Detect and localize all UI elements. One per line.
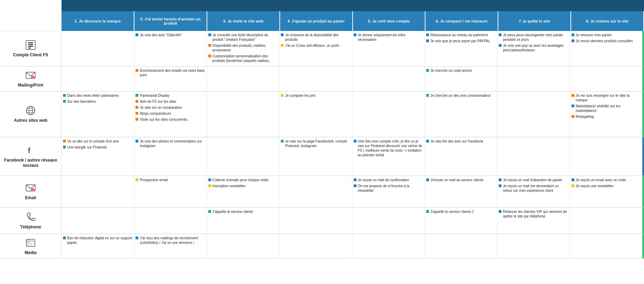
cell-autres-col6: Je cherche un des avis consommateur xyxy=(425,91,497,137)
icon-compte xyxy=(25,39,37,51)
cell-mailing-col5 xyxy=(352,67,425,91)
row-cols-media: Bon de réduction digital vu sur un suppo… xyxy=(62,234,642,259)
card: J'appelle le service clients 1 xyxy=(426,209,495,214)
card-text: Je reçois un email avec un code xyxy=(576,178,626,182)
col-headers-row: 1. Je découvre la marque2. J'ai envie! b… xyxy=(62,11,644,31)
card-dot xyxy=(354,140,356,143)
title-sidebar xyxy=(0,0,62,11)
card: Je donne uniquement les infos nécessaire… xyxy=(354,33,423,42)
card-text: Je reçois un mail me demandant un retour… xyxy=(503,184,568,193)
svg-rect-2 xyxy=(28,44,33,45)
card-text: Je reçois une newsletter xyxy=(576,184,614,188)
card-dot xyxy=(281,44,284,47)
sidebar-label-compte: Compte Client FS xyxy=(13,52,48,58)
card-text: Je me suis renseigné sur le site/ la mar… xyxy=(576,93,641,102)
card-text: On me propose de m'inscrire à la newslet… xyxy=(358,184,423,193)
col-header-col2: 2. J'ai envie! besoin d'acheter un produ… xyxy=(134,11,207,31)
card-dot xyxy=(499,210,501,213)
card: Partenariat Display xyxy=(135,93,205,98)
row-cols-compte: Je vois des avis "Objectifs"Je consulte … xyxy=(62,31,642,66)
card-text: Prospection email xyxy=(140,178,168,182)
card: Une fois mon compte créé, je like ou je … xyxy=(354,139,423,157)
card-dot xyxy=(135,106,138,109)
sidebar-label-email: Email xyxy=(25,195,36,201)
svg-text:@: @ xyxy=(31,189,34,192)
cell-telephone-col5 xyxy=(352,208,425,234)
card: Je vois des photos et commentaires sur I… xyxy=(135,139,205,148)
cell-compte-col2: Je vois des avis "Objectifs" xyxy=(134,31,207,66)
cell-email-col1 xyxy=(62,176,134,207)
row-cols-email: Prospection emailCollecte d'emails pour … xyxy=(62,176,642,207)
section-row-compte: Compte Client FSJe vois des avis "Object… xyxy=(0,31,644,67)
card: Sur des bannières xyxy=(63,99,132,104)
sidebar-item-telephone: Téléphone xyxy=(0,208,62,234)
cell-compte-col8: Je retrouve mon panierJe revois derniers… xyxy=(570,31,642,66)
card: J'envoie un mail au service clients xyxy=(426,178,495,182)
card: Je peus peus sauvegarder mon panier pend… xyxy=(499,33,568,42)
card-dot xyxy=(208,178,211,181)
cell-email-col4 xyxy=(279,176,352,207)
card-text: Partenariat Display xyxy=(140,93,169,98)
card-text: Je reçois un mail de confirmation xyxy=(358,178,409,182)
card-text: Je retrouve mon panier xyxy=(576,33,612,37)
card-dot xyxy=(135,112,138,115)
section-row-telephone: TéléphoneJ'appelle le service clientsJ'a… xyxy=(0,208,644,234)
card-dot xyxy=(426,210,429,213)
card: Je vois une pop up avec les avantages pr… xyxy=(499,43,568,52)
cell-compte-col3: Je consulte une fiche descriptive du pro… xyxy=(207,31,279,66)
card-text: Une épingle sur Pinterest xyxy=(67,145,107,150)
card: Je consulte une fiche descriptive du pro… xyxy=(208,33,278,42)
card-text: Visite sur les sites concurrents xyxy=(140,117,187,122)
card-dot xyxy=(208,184,211,187)
card-text: Disponibilité des produits, matière, pro… xyxy=(213,43,278,52)
accent-bar-telephone xyxy=(642,208,644,234)
sidebar-item-compte: Compte Client FS xyxy=(0,31,62,66)
accent-bar-email xyxy=(642,176,644,207)
card: Retargeting xyxy=(572,114,641,119)
sidebar-item-facebook: fFacebook / autres réseaux sociaux xyxy=(0,137,62,176)
card: Je vais sur un comparateur xyxy=(135,105,205,110)
card-text: Je revois derniers produits consultés xyxy=(576,39,633,43)
card-dot xyxy=(572,178,574,181)
card-dot xyxy=(572,105,574,107)
card-dot xyxy=(499,44,501,47)
card-text: J'envoie un mail au service clients xyxy=(430,178,484,182)
icon-media xyxy=(25,237,37,249)
card: Blogs comparateurs xyxy=(135,111,205,116)
card: Avis de FS sur les sites xyxy=(135,99,205,104)
card-text: Marketplace/ visibilité sur les marketpl… xyxy=(576,104,641,113)
card: Réassurance au niveau du paiement xyxy=(426,33,495,37)
card: Disponibilité des produits, matière, pro… xyxy=(208,43,278,52)
cell-telephone-col6: J'appelle le service clients 1 xyxy=(425,208,497,234)
card-dot xyxy=(63,100,66,103)
card-dot xyxy=(426,178,429,181)
row-cols-facebook: Vu un like sur le compte d'un amiUne épi… xyxy=(62,137,642,176)
cell-telephone-col7: Relancer les clientes VIP qui viennent d… xyxy=(497,208,570,234)
card-dot xyxy=(63,94,66,97)
card-text: J'ai reçu des mailings de recrutement (c… xyxy=(140,236,205,245)
card: Je vais sur la page Facebook/k, compte P… xyxy=(281,139,350,148)
card-dot xyxy=(426,33,429,36)
cell-compte-col5: Je donne uniquement les infos nécessaire… xyxy=(352,31,425,66)
cell-email-col7: Je reçois un mail d'abandon de panierJe … xyxy=(497,176,570,207)
cell-compte-col7: Je peus peus sauvegarder mon panier pend… xyxy=(497,31,570,66)
card: Je vais lire des avis sur Facebook xyxy=(426,139,495,144)
accent-bar-autres xyxy=(642,91,644,137)
sidebar-label-facebook: Facebook / autres réseaux sociaux xyxy=(2,158,59,169)
column-headers: 1. Je découvre la marque2. J'ai envie! b… xyxy=(0,11,644,31)
cell-email-col3: Collecte d'emails pour chaque visiteInsc… xyxy=(207,176,279,207)
card-dot xyxy=(354,178,356,181)
card-text: Je compare les prix xyxy=(285,93,316,98)
section-row-mailing: @Mailing/PrintEnrichissement des emails … xyxy=(0,67,644,91)
card-dot xyxy=(426,94,429,97)
cell-autres-col1: Dans des news letter partenairesSur des … xyxy=(62,91,134,137)
cell-media-col5 xyxy=(352,234,425,259)
sidebar-label-autres: Autres sites web xyxy=(14,118,47,124)
card: Je reçois un mail me demandant un retour… xyxy=(499,184,568,193)
card: Customisation personnalisation des produ… xyxy=(208,54,278,63)
card: On me propose de m'inscrire à la newslet… xyxy=(354,184,423,193)
card-dot xyxy=(135,140,138,143)
cell-facebook-col4: Je vais sur la page Facebook/k, compte P… xyxy=(279,137,352,176)
svg-rect-1 xyxy=(28,42,33,43)
cell-media-col2: J'ai reçu des mailings de recrutement (c… xyxy=(134,234,207,259)
